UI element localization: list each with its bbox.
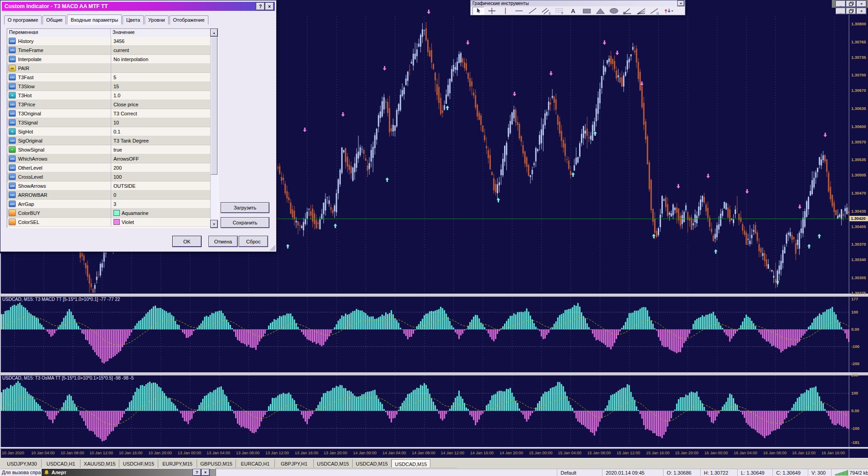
param-row[interactable]: ColorBUYAquamarine <box>7 209 211 218</box>
param-row[interactable]: ½T3Hot1.0 <box>7 91 211 100</box>
param-value[interactable]: 100 <box>111 172 204 181</box>
param-row[interactable]: 123T3Slow15 <box>7 82 211 91</box>
chart-tab-eurcad,h1[interactable]: EURCAD,H1 <box>236 459 275 468</box>
param-row[interactable]: 123WhichArrowsArrowsOFF <box>7 154 211 163</box>
param-value[interactable]: 0 <box>111 190 204 199</box>
chart-tab-usdcad,m15[interactable]: USDCAD,M15 <box>314 459 353 468</box>
horizontal-line-icon[interactable] <box>513 7 525 15</box>
param-row[interactable]: 123T3Signal10 <box>7 118 211 127</box>
dialog-help-button[interactable]: ? <box>256 3 264 10</box>
ok-button[interactable]: OK <box>173 236 201 247</box>
param-value[interactable]: current <box>111 46 204 54</box>
ellipse-icon[interactable] <box>608 7 620 15</box>
param-value[interactable]: Violet <box>111 218 204 226</box>
column-header-value[interactable]: Значение <box>111 29 211 37</box>
chart-tab-usdcad,h1[interactable]: USDCAD,H1 <box>42 459 80 468</box>
equidistant-channel-icon[interactable]: E <box>540 7 552 15</box>
fibo-fan-icon[interactable] <box>635 7 647 15</box>
angle-icon[interactable] <box>622 7 633 15</box>
trendline-icon[interactable] <box>527 7 538 15</box>
arrow-tools-icon[interactable] <box>662 7 674 15</box>
load-button[interactable]: Загрузить <box>221 203 269 213</box>
save-button[interactable]: Сохранить <box>221 218 269 228</box>
param-value[interactable]: 0.1 <box>111 127 204 136</box>
chart-tab-usdcad,m15[interactable]: USDCAD,M15 <box>353 459 392 468</box>
chart-tab-usdjpy,m30[interactable]: USDJPY,M30 <box>3 459 42 468</box>
restore-icon[interactable] <box>846 8 856 14</box>
param-value[interactable]: Close price <box>111 100 204 109</box>
crosshair-icon[interactable] <box>486 7 498 15</box>
dialog-close-button[interactable]: × <box>265 3 274 10</box>
param-value[interactable]: No interpolation <box>111 55 204 63</box>
alert-help-button[interactable]: ? <box>193 469 201 476</box>
chart-tab-xauusd,m15[interactable]: XAUUSD,M15 <box>80 459 119 468</box>
param-value[interactable]: 200 <box>111 163 204 172</box>
param-row[interactable]: 123OtherLevel200 <box>7 163 211 172</box>
param-value[interactable]: 10 <box>111 118 204 127</box>
param-row[interactable]: ≈ShowSignaltrue <box>7 145 211 154</box>
param-value[interactable]: T3 Correct <box>111 109 204 118</box>
param-row[interactable]: 123History3456 <box>7 37 211 46</box>
param-row[interactable]: 123InterpolateNo interpolation <box>7 55 211 64</box>
param-value[interactable]: 15 <box>111 82 204 90</box>
param-row[interactable]: 123CrossLevel100 <box>7 172 211 181</box>
chart-tab-gbpjpy,h1[interactable]: GBPJPY,H1 <box>275 459 314 468</box>
param-row[interactable]: 123TimeFramecurrent <box>7 46 211 55</box>
chart-tab-gbpusd,m15[interactable]: GBPUSD,M15 <box>197 459 236 468</box>
tab-о-программе[interactable]: О программе <box>4 15 42 24</box>
scrollbar-thumb[interactable] <box>211 37 217 175</box>
param-row[interactable]: 123SigOriginalT3 Tank Degree <box>7 136 211 145</box>
param-row[interactable]: 123T3Fast5 <box>7 73 211 82</box>
column-header-variable[interactable]: Переменная <box>7 29 111 37</box>
alert-close-button[interactable]: × <box>202 469 209 476</box>
minimize-icon[interactable]: _ <box>836 1 845 7</box>
param-row[interactable]: 123ARROWBAR0 <box>7 190 211 200</box>
tab-общие[interactable]: Общие <box>42 15 66 24</box>
param-row[interactable]: 123ArrGap3 <box>7 200 211 209</box>
cursor-icon[interactable] <box>472 7 484 15</box>
param-value[interactable]: OUTSIDE <box>111 181 204 190</box>
scroll-down-icon[interactable]: ▼ <box>211 220 217 228</box>
rectangle-icon[interactable] <box>581 7 593 15</box>
table-scrollbar[interactable]: ▲ ▼ <box>210 29 218 228</box>
param-value[interactable]: Aquamarine <box>111 209 204 217</box>
param-value[interactable]: 3 <box>111 200 204 208</box>
close-icon[interactable]: × <box>857 1 866 7</box>
tab-цвета[interactable]: Цвета <box>123 15 144 24</box>
alert-window[interactable]: Алерт ? × <box>41 468 216 476</box>
gann-line-icon[interactable]: G <box>649 7 660 15</box>
param-value[interactable]: 3456 <box>111 37 204 45</box>
subwindow-divider-3[interactable] <box>0 447 868 449</box>
param-value[interactable]: T3 Tank Degree <box>111 136 204 145</box>
subwindow-divider-2[interactable] <box>0 372 868 376</box>
param-row[interactable]: ½SigHot0.1 <box>7 127 211 136</box>
tools-title-bar[interactable]: Графические инструменты × <box>471 0 685 6</box>
dialog-title-bar[interactable]: Custom Indicator - T3 MACD AA MTF TT <box>2 2 275 11</box>
param-row[interactable]: ColorSELViolet <box>7 218 211 227</box>
param-row[interactable]: 123T3PriceClose price <box>7 100 211 109</box>
restore-icon[interactable] <box>846 1 856 7</box>
reset-button[interactable]: Сброс <box>239 236 268 247</box>
param-row[interactable]: abPAIR <box>7 64 211 73</box>
tab-отображение[interactable]: Отображение <box>170 15 208 24</box>
chart-tab-eurjpy,m15[interactable]: EURJPY,M15 <box>158 459 197 468</box>
param-row[interactable]: 123T3OriginalT3 Correct <box>7 109 211 118</box>
param-value[interactable]: ArrowsOFF <box>111 154 204 163</box>
text-icon[interactable]: A <box>567 7 579 15</box>
alert-title-bar[interactable]: Алерт ? × <box>42 469 215 476</box>
scroll-up-icon[interactable]: ▲ <box>211 29 217 36</box>
subwindow-divider-1[interactable] <box>0 294 868 297</box>
param-value[interactable] <box>111 64 204 72</box>
tab-уровни[interactable]: Уровни <box>145 15 169 24</box>
cancel-button[interactable]: Отмена <box>209 236 237 247</box>
minimize-icon[interactable]: _ <box>836 8 845 14</box>
resize-grip[interactable] <box>270 245 275 251</box>
tab-входные-параметры[interactable]: Входные параметры <box>67 14 122 24</box>
param-value[interactable]: 1.0 <box>111 91 204 100</box>
vertical-line-icon[interactable] <box>500 7 511 15</box>
chart-tab-usdcad,m15[interactable]: USDCAD,M15 <box>392 459 430 468</box>
triangle-icon[interactable] <box>594 7 606 15</box>
close-icon[interactable]: × <box>857 8 866 14</box>
param-value[interactable]: true <box>111 145 204 154</box>
fibo-retracement-icon[interactable]: F <box>554 7 566 15</box>
